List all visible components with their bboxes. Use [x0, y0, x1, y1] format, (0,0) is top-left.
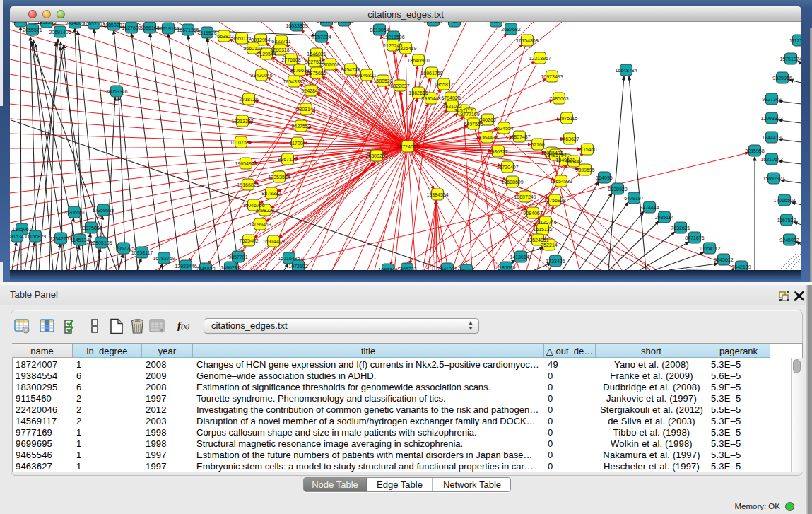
svg-text:9242848: 9242848 — [301, 88, 320, 93]
svg-text:1527602: 1527602 — [122, 25, 141, 30]
svg-text:18724007: 18724007 — [396, 144, 418, 149]
svg-text:1858216: 1858216 — [37, 22, 56, 25]
svg-text:16120746: 16120746 — [534, 220, 556, 225]
svg-text:6794028: 6794028 — [441, 95, 460, 100]
svg-text:14099469: 14099469 — [249, 222, 271, 227]
svg-text:16914479: 16914479 — [262, 239, 284, 244]
svg-text:16154808: 16154808 — [516, 38, 538, 43]
svg-text:2776108: 2776108 — [281, 57, 300, 62]
svg-text:15692971: 15692971 — [763, 176, 784, 181]
svg-text:12093323: 12093323 — [760, 116, 782, 121]
svg-text:9427552: 9427552 — [291, 124, 310, 129]
svg-text:10657101: 10657101 — [83, 22, 105, 26]
svg-text:2718126: 2718126 — [239, 97, 258, 102]
svg-text:10756928: 10756928 — [543, 198, 565, 203]
svg-text:1546021: 1546021 — [307, 52, 326, 57]
svg-text:3624554: 3624554 — [494, 126, 513, 131]
svg-text:13495794: 13495794 — [544, 153, 566, 158]
svg-text:252214: 252214 — [541, 243, 557, 247]
svg-text:1466210: 1466210 — [220, 265, 240, 270]
svg-text:1072103: 1072103 — [288, 264, 307, 269]
svg-text:1733426: 1733426 — [546, 259, 565, 264]
svg-text:1845061: 1845061 — [12, 227, 31, 232]
svg-text:9463627: 9463627 — [560, 136, 579, 141]
svg-text:25300203: 25300203 — [365, 153, 387, 158]
svg-text:9084067: 9084067 — [523, 211, 542, 216]
svg-text:8267130: 8267130 — [278, 157, 297, 162]
svg-text:17359924: 17359924 — [92, 208, 114, 213]
svg-text:10688609: 10688609 — [501, 180, 523, 185]
svg-text:10719155: 10719155 — [157, 26, 179, 31]
svg-text:7485063: 7485063 — [549, 96, 568, 101]
svg-text:986442: 986442 — [565, 159, 582, 164]
svg-text:17016504: 17016504 — [773, 198, 795, 203]
svg-text:164095: 164095 — [596, 175, 612, 180]
svg-text:15751074: 15751074 — [779, 57, 801, 62]
svg-text:1362615: 1362615 — [408, 90, 428, 95]
svg-text:9146821: 9146821 — [357, 73, 376, 78]
svg-text:19384554: 19384554 — [426, 192, 448, 197]
svg-text:93975887: 93975887 — [80, 226, 102, 230]
svg-text:20691406: 20691406 — [49, 30, 71, 35]
svg-text:8454749: 8454749 — [341, 67, 360, 72]
svg-text:2803144: 2803144 — [296, 107, 315, 112]
svg-text:19654923: 19654923 — [235, 161, 257, 166]
svg-text:8125247: 8125247 — [317, 22, 336, 23]
svg-text:18640910: 18640910 — [407, 58, 429, 63]
svg-text:3215958: 3215958 — [745, 148, 764, 153]
svg-text:8938923: 8938923 — [608, 187, 627, 192]
svg-text:7663822: 7663822 — [214, 34, 233, 39]
svg-text:8878332: 8878332 — [261, 191, 281, 196]
svg-text:10107553: 10107553 — [230, 140, 252, 145]
svg-text:16671355: 16671355 — [177, 28, 199, 33]
svg-text:23420046: 23420046 — [250, 73, 272, 78]
svg-text:1244419: 1244419 — [762, 135, 781, 140]
svg-text:10973493: 10973493 — [541, 74, 563, 79]
svg-text:14136141: 14136141 — [510, 255, 531, 259]
svg-text:19218506: 19218506 — [382, 35, 404, 40]
svg-text:8990448: 8990448 — [421, 96, 440, 101]
svg-text:9857791: 9857791 — [228, 255, 247, 259]
svg-text:12213967: 12213967 — [529, 56, 551, 61]
svg-text:3660124: 3660124 — [243, 46, 262, 51]
svg-text:15720407: 15720407 — [496, 165, 518, 170]
svg-text:7625402: 7625402 — [239, 238, 258, 243]
svg-text:9115460: 9115460 — [578, 147, 597, 152]
svg-text:16782759: 16782759 — [153, 256, 175, 261]
svg-text:5875685: 5875685 — [307, 71, 326, 76]
svg-text:10654112: 10654112 — [699, 246, 721, 251]
svg-text:16961758: 16961758 — [420, 71, 442, 76]
svg-text:9414809: 9414809 — [65, 22, 84, 25]
svg-text:1542199: 1542199 — [731, 264, 751, 269]
svg-text:1186095: 1186095 — [497, 265, 516, 270]
svg-text:9329966: 9329966 — [772, 76, 792, 81]
svg-text:10046766: 10046766 — [242, 203, 264, 208]
svg-text:11325419: 11325419 — [395, 46, 417, 51]
svg-text:13524851: 13524851 — [526, 238, 548, 243]
svg-text:1405572: 1405572 — [11, 22, 30, 24]
svg-text:1584209: 1584209 — [423, 22, 442, 23]
svg-text:12505135: 12505135 — [90, 240, 112, 245]
svg-text:9474444: 9474444 — [640, 205, 659, 210]
svg-text:18807249: 18807249 — [514, 194, 536, 199]
svg-text:1112384: 1112384 — [789, 38, 801, 43]
svg-text:1588520: 1588520 — [373, 78, 392, 83]
svg-text:2055571: 2055571 — [23, 28, 42, 33]
svg-text:8471676: 8471676 — [685, 235, 704, 240]
svg-text:16543362: 16543362 — [283, 79, 305, 84]
svg-text:1092218: 1092218 — [334, 22, 353, 23]
svg-text:15716485: 15716485 — [278, 256, 300, 261]
svg-text:9245612: 9245612 — [714, 257, 733, 262]
svg-text:3498222: 3498222 — [255, 208, 274, 213]
svg-text:9227349: 9227349 — [762, 97, 781, 102]
svg-text:11156829: 11156829 — [25, 234, 46, 239]
svg-text:8813054: 8813054 — [370, 28, 389, 33]
svg-text:2687682: 2687682 — [501, 27, 520, 32]
svg-text:21364436: 21364436 — [476, 135, 498, 140]
svg-text:2867608: 2867608 — [320, 62, 339, 67]
svg-text:6497568: 6497568 — [464, 122, 483, 127]
svg-text:10807487: 10807487 — [508, 134, 530, 139]
svg-text:2935114: 2935114 — [655, 215, 674, 220]
svg-text:16210643: 16210643 — [760, 157, 782, 162]
svg-text:12975115: 12975115 — [556, 116, 578, 121]
